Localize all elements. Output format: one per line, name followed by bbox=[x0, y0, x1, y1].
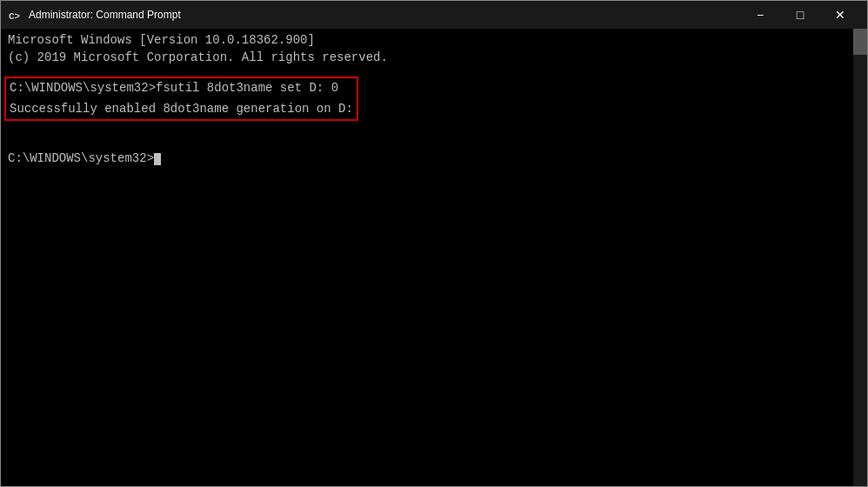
terminal-line1: Microsoft Windows [Version 10.0.18362.90… bbox=[8, 32, 860, 50]
title-bar: C> Administrator: Command Prompt − □ ✕ bbox=[1, 1, 867, 29]
scrollbar-thumb[interactable] bbox=[853, 29, 867, 55]
terminal-prompt-line: C:\WINDOWS\system32> bbox=[8, 150, 860, 168]
window: C> Administrator: Command Prompt − □ ✕ M… bbox=[0, 0, 868, 487]
scrollbar[interactable] bbox=[853, 29, 867, 486]
maximize-button[interactable]: □ bbox=[780, 1, 820, 29]
window-title: Administrator: Command Prompt bbox=[29, 9, 740, 21]
minimize-button[interactable]: − bbox=[740, 1, 780, 29]
window-controls: − □ ✕ bbox=[740, 1, 860, 29]
terminal-line2: (c) 2019 Microsoft Corporation. All righ… bbox=[8, 50, 860, 67]
svg-text:C>: C> bbox=[9, 11, 21, 22]
close-button[interactable]: ✕ bbox=[820, 1, 860, 29]
terminal-area[interactable]: Microsoft Windows [Version 10.0.18362.90… bbox=[1, 29, 867, 486]
cmd-icon: C> bbox=[8, 8, 22, 22]
terminal-line3 bbox=[8, 66, 860, 83]
command-output-line: Successfully enabled 8dot3name generatio… bbox=[6, 99, 357, 120]
cursor bbox=[154, 153, 161, 165]
terminal-blank-line bbox=[8, 134, 860, 151]
prompt-text: C:\WINDOWS\system32> bbox=[8, 151, 154, 165]
